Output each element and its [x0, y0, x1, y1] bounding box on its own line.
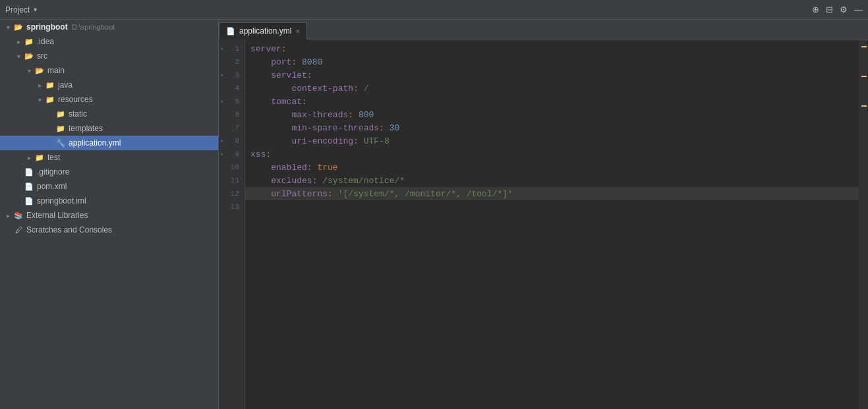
code-content[interactable]: server: port: 8080 servlet: context-path…: [245, 40, 859, 409]
sidebar-item-gitignore[interactable]: 📄.gitignore: [0, 165, 218, 179]
tree-arrow-main[interactable]: [24, 67, 34, 74]
tree-arrow-resources[interactable]: [34, 96, 45, 103]
tab-close-button[interactable]: ×: [295, 27, 299, 35]
editor-area: 📄 application.yml × ▾12▾34▾567▾8▾9101112…: [219, 20, 868, 409]
code-token: max-threads: [271, 110, 348, 120]
sidebar-item-resources[interactable]: 📁resources: [0, 92, 218, 107]
add-icon[interactable]: ⊕: [812, 5, 819, 14]
sidebar-item-external-libraries[interactable]: 📚External Libraries: [0, 208, 218, 223]
code-token: xss: [250, 150, 266, 159]
layout-icon[interactable]: ⊟: [826, 5, 833, 14]
sidebar-item-idea[interactable]: 📁.idea: [0, 34, 218, 49]
code-token: uri-encoding: [271, 136, 353, 146]
folder-open-icon: 📂: [24, 51, 34, 61]
tree-arrow-src[interactable]: [13, 53, 24, 60]
code-token: [250, 70, 261, 80]
sidebar-item-test[interactable]: 📁test: [0, 150, 218, 165]
code-token: [359, 84, 364, 94]
tree-label-external-libraries: External Libraries: [26, 211, 88, 220]
tree-label-java: java: [58, 80, 72, 90]
folder-resources-icon: 📁: [45, 94, 55, 105]
main-layout: 📂springbootD:\springboot📁.idea📂src📂main📁…: [0, 20, 868, 409]
fold-arrow-5[interactable]: ▾: [220, 98, 223, 105]
title-bar-icons: ⊕ ⊟ ⚙ —: [812, 5, 863, 14]
scroll-marker-2: [861, 76, 867, 77]
code-token: :: [312, 176, 318, 186]
gear-icon[interactable]: ⚙: [840, 5, 848, 14]
code-token: min-spare-threads: [271, 123, 379, 133]
tree-label-static: static: [69, 109, 87, 119]
title-bar: Project ▾ ⊕ ⊟ ⚙ —: [0, 0, 868, 20]
fold-arrow-1[interactable]: ▾: [220, 45, 223, 53]
code-token: server: [250, 44, 281, 54]
fold-arrow-8[interactable]: ▾: [220, 138, 223, 145]
tree-arrow-springboot-root[interactable]: [3, 24, 13, 31]
sidebar-item-static[interactable]: 📁static: [0, 107, 218, 121]
tree-arrow-idea[interactable]: [13, 38, 24, 45]
sidebar-item-scratches[interactable]: 🖊Scratches and Consoles: [0, 223, 218, 237]
folder-icon: 📁: [24, 36, 34, 47]
code-token: :: [307, 70, 312, 80]
sidebar-item-springboot-iml[interactable]: 📄springboot.iml: [0, 194, 218, 208]
line-number-12: 12: [219, 187, 245, 200]
tree-arrow-java[interactable]: [34, 82, 45, 89]
fold-arrow-9[interactable]: ▾: [220, 151, 223, 158]
fold-arrow-3[interactable]: ▾: [220, 72, 223, 79]
tree-label-scratches: Scratches and Consoles: [26, 225, 112, 234]
code-token: [250, 57, 261, 67]
code-token: [359, 136, 364, 146]
code-token: [384, 123, 390, 133]
line-number-7: 7: [219, 121, 245, 134]
tab-file-icon: 📄: [226, 27, 235, 36]
sidebar-item-java[interactable]: 📁java: [0, 78, 218, 92]
sidebar-item-templates[interactable]: 📁templates: [0, 121, 218, 136]
folder-icon: 📁: [34, 152, 45, 163]
tab-bar: 📄 application.yml ×: [219, 20, 868, 40]
libraries-icon: 📚: [13, 210, 24, 221]
line-number-10: 10: [219, 161, 245, 174]
minimize-icon[interactable]: —: [854, 5, 863, 14]
code-token: port: [261, 57, 292, 67]
code-line-1: server:: [245, 42, 859, 55]
code-token: [250, 163, 261, 173]
tree-label-templates: templates: [69, 124, 103, 133]
project-dropdown-icon[interactable]: ▾: [34, 6, 37, 13]
code-token: [250, 136, 271, 146]
code-token: :: [328, 189, 333, 199]
code-token: servlet: [261, 70, 307, 80]
code-token: [297, 57, 302, 67]
code-token: [250, 110, 271, 120]
gitignore-icon: 📄: [24, 167, 34, 177]
sidebar-item-pom-xml[interactable]: 📄pom.xml: [0, 179, 218, 194]
code-line-3: servlet:: [245, 68, 859, 82]
tree-arrow-external-libraries[interactable]: [3, 212, 13, 219]
tree-label-springboot-iml: springboot.iml: [37, 196, 86, 205]
scratches-icon: 🖊: [13, 225, 24, 235]
code-token: [250, 84, 271, 94]
scroll-marker-3: [861, 105, 867, 107]
code-token: [317, 176, 322, 186]
code-line-9: xss:: [245, 148, 859, 161]
sidebar-item-springboot-root[interactable]: 📂springbootD:\springboot: [0, 20, 218, 34]
tab-application-yml[interactable]: 📄 application.yml ×: [219, 22, 307, 40]
code-token: 30: [390, 123, 400, 133]
tree-label-idea: .idea: [37, 37, 54, 46]
line-number-13: 13: [219, 200, 245, 213]
tree-label-main: main: [47, 66, 65, 75]
tree-arrow-test[interactable]: [24, 154, 34, 161]
code-token: UTF-8: [364, 136, 390, 146]
code-editor[interactable]: ▾12▾34▾567▾8▾910111213 server: port: 808…: [219, 40, 868, 409]
line-number-2: 2: [219, 55, 245, 68]
sidebar-item-src[interactable]: 📂src: [0, 49, 218, 63]
iml-icon: 📄: [24, 196, 34, 206]
code-line-10: enabled: true: [245, 161, 859, 174]
tree-label-springboot-root: springboot: [26, 22, 68, 32]
right-markers: [859, 40, 868, 409]
code-token: 800: [359, 110, 374, 120]
tree-path-springboot-root: D:\springboot: [72, 23, 115, 31]
code-token: [312, 163, 318, 173]
code-token: :: [353, 84, 359, 94]
sidebar-item-main[interactable]: 📂main: [0, 63, 218, 78]
sidebar-item-application-yml[interactable]: 🔧application.yml: [0, 136, 218, 150]
folder-open-icon: 📂: [13, 22, 24, 32]
